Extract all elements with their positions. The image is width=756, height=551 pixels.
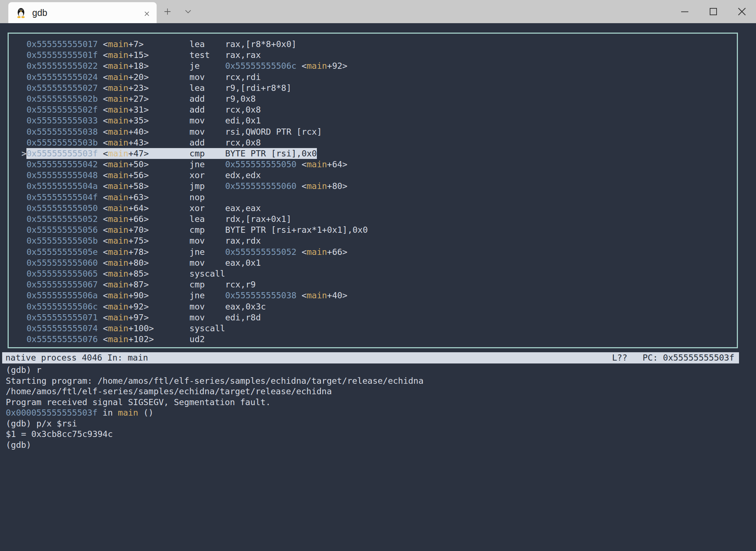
disasm-line: 0x555555555048<main+56>xoredx,edx bbox=[11, 170, 737, 181]
line-prefix bbox=[11, 247, 26, 257]
terminal-window: gdb bbox=[0, 0, 756, 551]
disasm-line: 0x555555555033<main+35>movedi,0x1 bbox=[11, 115, 737, 126]
current-instruction-marker: > bbox=[11, 148, 26, 159]
line-prefix bbox=[11, 39, 26, 50]
line-prefix bbox=[11, 126, 26, 137]
console-line: (gdb) r bbox=[6, 365, 424, 376]
disasm-line: 0x55555555502f<main+31>addrcx,0x8 bbox=[11, 104, 737, 115]
disasm-line: 0x55555555504f<main+63>nop bbox=[11, 192, 737, 203]
disasm-line: 0x55555555506c<main+92>moveax,0x3c bbox=[11, 301, 737, 312]
tab-dropdown-button[interactable] bbox=[182, 5, 195, 18]
disasm-line: 0x555555555065<main+85>syscall bbox=[11, 268, 737, 279]
line-prefix bbox=[11, 170, 26, 181]
terminal-tab-gdb[interactable]: gdb bbox=[8, 2, 157, 23]
line-prefix bbox=[11, 224, 26, 235]
console-line: 0x000055555555503f in main () bbox=[6, 408, 424, 418]
new-tab-button[interactable] bbox=[161, 5, 174, 18]
disasm-line: 0x55555555505e<main+78>jne0x555555555052… bbox=[11, 247, 737, 257]
chevron-down-icon bbox=[184, 7, 192, 16]
close-window-button[interactable] bbox=[727, 0, 756, 23]
console-line: (gdb) p/x $rsi bbox=[6, 418, 424, 429]
line-prefix bbox=[11, 50, 26, 60]
disasm-line: 0x555555555060<main+80>moveax,0x1 bbox=[11, 257, 737, 268]
tab-title: gdb bbox=[32, 8, 47, 18]
minimize-button[interactable] bbox=[670, 0, 699, 23]
status-pc-value: PC: 0x55555555503f bbox=[643, 352, 734, 363]
disasm-line: 0x555555555052<main+66>leardx,[rax+0x1] bbox=[11, 214, 737, 224]
disasm-line: 0x55555555505b<main+75>movrax,rdx bbox=[11, 235, 737, 246]
title-bar[interactable]: gdb bbox=[0, 0, 756, 23]
disasm-line: 0x55555555503b<main+43>addrcx,0x8 bbox=[11, 137, 737, 148]
line-prefix bbox=[11, 83, 26, 93]
line-prefix bbox=[11, 192, 26, 203]
line-prefix bbox=[11, 93, 26, 104]
disasm-line: 0x55555555504a<main+58>jmp0x555555555060… bbox=[11, 181, 737, 192]
disasm-line-current: >0x55555555503f<main+47>cmpBYTE PTR [rsi… bbox=[11, 148, 737, 159]
line-prefix bbox=[11, 159, 26, 170]
line-prefix bbox=[11, 137, 26, 148]
disasm-line: 0x55555555506a<main+90>jne0x555555555038… bbox=[11, 290, 737, 301]
disasm-line: 0x555555555074<main+100>syscall bbox=[11, 323, 737, 334]
console-line: /home/amos/ftl/elf-series/samples/echidn… bbox=[6, 386, 424, 397]
disasm-line: 0x555555555022<main+18>je0x55555555506c … bbox=[11, 60, 737, 71]
status-process-info: native process 4046 In: main bbox=[5, 352, 148, 363]
line-prefix bbox=[11, 279, 26, 290]
line-prefix bbox=[11, 301, 26, 312]
disasm-line: 0x555555555071<main+97>movedi,r8d bbox=[11, 312, 737, 323]
disasm-line: 0x555555555024<main+20>movrcx,rdi bbox=[11, 72, 737, 83]
disasm-line: 0x555555555017<main+7>learax,[r8*8+0x0] bbox=[11, 39, 737, 50]
window-controls bbox=[670, 0, 756, 23]
line-prefix bbox=[11, 334, 26, 345]
terminal-screen[interactable]: 0x555555555017<main+7>learax,[r8*8+0x0]0… bbox=[0, 23, 756, 551]
console-line: Program received signal SIGSEGV, Segment… bbox=[6, 397, 424, 408]
gdb-console: (gdb) rStarting program: /home/amos/ftl/… bbox=[6, 365, 424, 450]
line-prefix bbox=[11, 268, 26, 279]
line-prefix bbox=[11, 181, 26, 192]
disasm-line: 0x555555555038<main+40>movrsi,QWORD PTR … bbox=[11, 126, 737, 137]
line-prefix bbox=[11, 203, 26, 214]
disasm-line: 0x55555555501f<main+15>testrax,rax bbox=[11, 50, 737, 60]
console-line: Starting program: /home/amos/ftl/elf-ser… bbox=[6, 376, 424, 387]
line-prefix bbox=[11, 312, 26, 323]
line-prefix bbox=[11, 72, 26, 83]
maximize-icon bbox=[709, 7, 718, 16]
line-prefix bbox=[11, 235, 26, 246]
status-line-indicator: L?? bbox=[612, 352, 627, 363]
disasm-line: 0x55555555502b<main+27>addr9,0x8 bbox=[11, 93, 737, 104]
disasm-line: 0x555555555076<main+102>ud2 bbox=[11, 334, 737, 345]
line-prefix bbox=[11, 290, 26, 301]
line-prefix bbox=[11, 115, 26, 126]
maximize-button[interactable] bbox=[699, 0, 727, 23]
line-prefix bbox=[11, 323, 26, 334]
line-prefix bbox=[11, 60, 26, 71]
close-icon bbox=[737, 7, 747, 16]
line-prefix bbox=[11, 214, 26, 224]
line-prefix bbox=[11, 257, 26, 268]
disasm-line: 0x555555555050<main+64>xoreax,eax bbox=[11, 203, 737, 214]
minimize-icon bbox=[680, 7, 689, 16]
disasm-line: 0x555555555067<main+87>cmprcx,r9 bbox=[11, 279, 737, 290]
line-prefix bbox=[11, 104, 26, 115]
tux-linux-icon bbox=[16, 7, 26, 18]
tui-status-bar: native process 4046 In: main L?? PC: 0x5… bbox=[2, 352, 739, 363]
disassembly-pane: 0x555555555017<main+7>learax,[r8*8+0x0]0… bbox=[8, 33, 738, 348]
disasm-line: 0x555555555027<main+23>lear9,[rdi+r8*8] bbox=[11, 83, 737, 93]
console-line: (gdb) bbox=[6, 440, 424, 451]
close-icon bbox=[143, 10, 151, 18]
tab-close-button[interactable] bbox=[141, 8, 152, 19]
disasm-line: 0x555555555056<main+70>cmpBYTE PTR [rsi+… bbox=[11, 224, 737, 235]
console-line: $1 = 0x3cb8cc75c9394c bbox=[6, 429, 424, 440]
plus-icon bbox=[163, 7, 172, 16]
disasm-line: 0x555555555042<main+50>jne0x555555555050… bbox=[11, 159, 737, 170]
disassembly-lines: 0x555555555017<main+7>learax,[r8*8+0x0]0… bbox=[11, 39, 737, 345]
